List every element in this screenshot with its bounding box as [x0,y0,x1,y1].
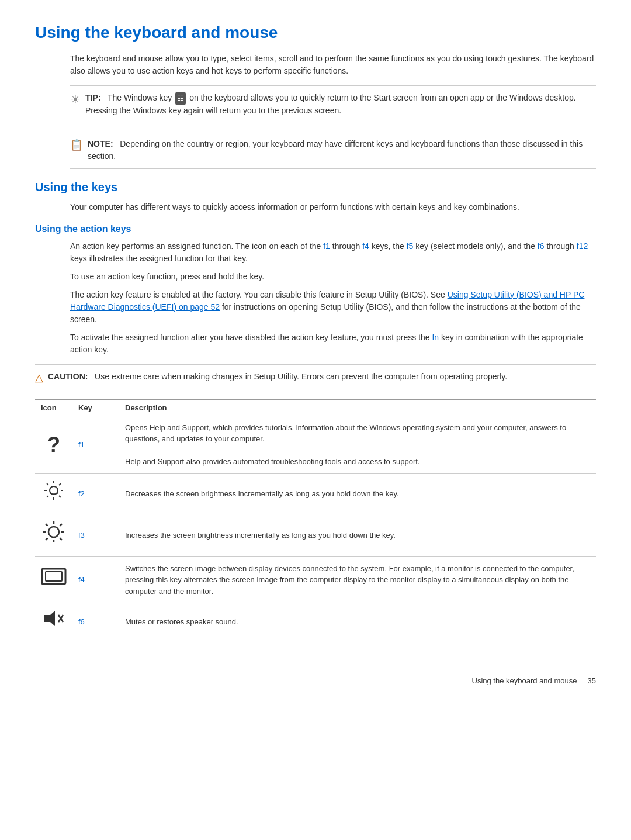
key-f2[interactable]: f2 [78,489,85,498]
table-header-key: Key [72,399,119,416]
svg-marker-21 [44,611,55,626]
caution-text: Use extreme care when making changes in … [95,372,507,381]
key-cell-f4: f4 [72,556,119,603]
key-cell-f2: f2 [72,473,119,514]
key-f1[interactable]: f1 [78,440,85,449]
table-row: ? f1 Opens Help and Support, which provi… [35,416,596,473]
key-f4-link[interactable]: f4 [362,241,369,251]
footer: Using the keyboard and mouse 35 [35,676,596,685]
intro-paragraph: The keyboard and mouse allow you to type… [70,53,596,77]
subsection-action-keys-title: Using the action keys [35,224,596,234]
brightness-up-icon [42,520,65,544]
desc-cell-f4: Switches the screen image between displa… [119,556,596,603]
svg-line-15 [46,524,47,526]
key-cell-f3: f3 [72,514,119,556]
svg-line-6 [59,496,61,497]
table-row: f2 Decreases the screen brightness incre… [35,473,596,514]
footer-page: 35 [588,676,596,685]
tip-text1: The Windows key [108,93,172,102]
icon-cell-f6 [35,603,72,641]
key-f12-link[interactable]: f12 [577,241,588,251]
svg-line-5 [47,483,48,485]
caution-box: △ CAUTION: Use extreme care when making … [35,364,596,390]
key-cell-f6: f6 [72,603,119,641]
table-header-row: Icon Key Description [35,399,596,416]
key-f4[interactable]: f4 [78,575,85,584]
key-cell-f1: f1 [72,416,119,473]
caution-label: CAUTION: [48,372,88,381]
tip-content: TIP: The Windows key ☷ on the keyboard a… [85,92,596,117]
note-label: NOTE: [88,139,113,148]
action-keys-para1: An action key performs an assigned funct… [70,240,596,265]
tip-icon: ☀ [70,92,81,106]
bios-link[interactable]: Using Setup Utility (BIOS) and HP PC Har… [70,290,584,312]
svg-line-17 [60,524,62,526]
key-f6[interactable]: f6 [78,617,85,626]
action-keys-para3: The action key feature is enabled at the… [70,289,596,326]
icon-cell-f4 [35,556,72,603]
table-row: f3 Increases the screen brightness incre… [35,514,596,556]
svg-line-16 [60,538,62,540]
table-row: f6 Mutes or restores speaker sound. [35,603,596,641]
section-keys-title: Using the keys [35,181,596,194]
key-f5-link[interactable]: f5 [407,241,414,251]
caution-content: CAUTION: Use extreme care when making ch… [48,371,596,383]
table-row: f4 Switches the screen image between dis… [35,556,596,603]
footer-text: Using the keyboard and mouse [472,676,577,685]
tip-box: ☀ TIP: The Windows key ☷ on the keyboard… [70,85,596,123]
icon-cell-f2 [35,473,72,514]
windows-key-icon: ☷ [175,92,186,105]
note-icon: 📋 [70,139,83,151]
table-header-icon: Icon [35,399,72,416]
action-keys-para2: To use an action key function, press and… [70,271,596,283]
desc-cell-f6: Mutes or restores speaker sound. [119,603,596,641]
desc-cell-f3: Increases the screen brightness incremen… [119,514,596,556]
caution-icon: △ [35,371,43,384]
icon-cell-f1: ? [35,416,72,473]
volume-mute-icon [42,609,65,628]
note-box: 📋 NOTE: Depending on the country or regi… [70,132,596,169]
fn-key-link[interactable]: fn [432,333,439,342]
key-f3[interactable]: f3 [78,531,85,540]
page-title: Using the keyboard and mouse [35,23,596,42]
desc-cell-f2: Decreases the screen brightness incremen… [119,473,596,514]
svg-line-8 [47,496,48,497]
keys-table: Icon Key Description ? f1 Opens Help and… [35,399,596,642]
desc-cell-f1: Opens Help and Support, which provides t… [119,416,596,473]
table-header-description: Description [119,399,596,416]
key-f6-link[interactable]: f6 [538,241,545,251]
section-keys-paragraph: Your computer has different ways to quic… [70,201,596,213]
note-content: NOTE: Depending on the country or region… [88,138,596,163]
action-keys-para4: To activate the assigned function after … [70,331,596,356]
brightness-down-icon [43,480,64,501]
svg-rect-20 [46,572,62,581]
key-f1-link[interactable]: f1 [323,241,330,251]
svg-point-10 [48,527,59,537]
display-switch-icon [41,568,67,585]
svg-line-18 [46,538,47,540]
help-icon: ? [47,433,60,457]
icon-cell-f3 [35,514,72,556]
note-text: Depending on the country or region, your… [88,139,583,161]
svg-line-7 [59,483,61,485]
tip-label: TIP: [85,93,100,102]
